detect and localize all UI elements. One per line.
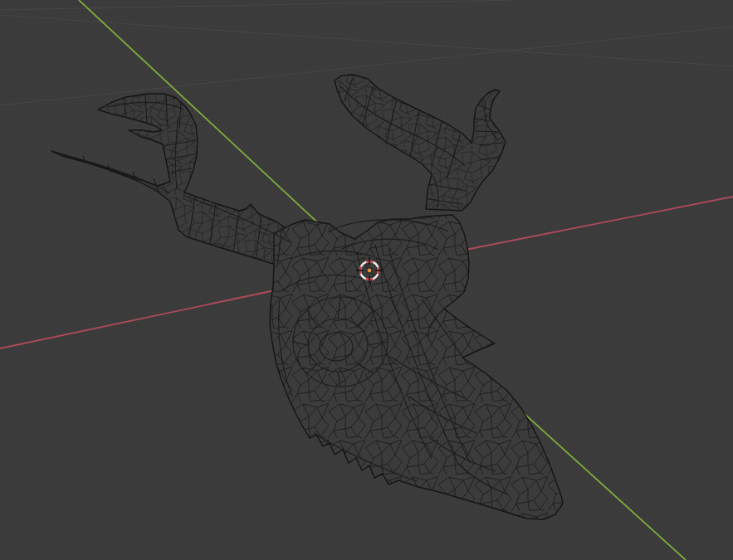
grid-line [0, 0, 515, 10]
right-antler-wireframe[interactable] [335, 75, 506, 211]
grid-line [0, 15, 733, 66]
skull-mesh-object[interactable] [51, 75, 563, 519]
viewport-canvas[interactable] [0, 0, 733, 560]
3d-viewport[interactable] [0, 0, 733, 560]
cursor-center-dot [367, 268, 372, 273]
left-antler-wireframe[interactable] [51, 94, 296, 276]
x-axis-line [462, 197, 733, 251]
x-axis-line [0, 290, 275, 348]
